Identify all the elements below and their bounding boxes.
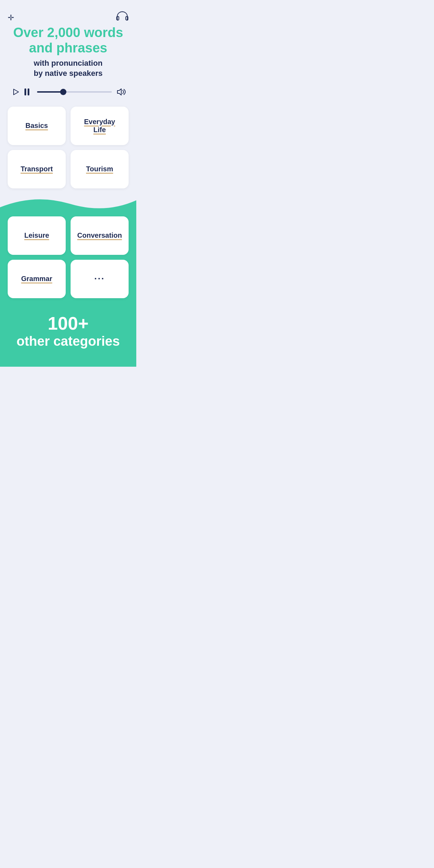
green-section: Leisure Conversation Grammar ··· 100+ ot… (0, 214, 136, 367)
volume-icon[interactable] (116, 87, 126, 97)
upper-section: ✛ Over 2,000 words and phrases with pron… (0, 0, 136, 214)
headphone-icon[interactable] (116, 10, 129, 22)
categories-description: other categories (7, 333, 129, 350)
categories-row-2: Transport Tourism (0, 150, 136, 193)
category-more[interactable]: ··· (71, 260, 129, 298)
play-button[interactable] (10, 87, 20, 97)
progress-bar[interactable] (37, 91, 112, 93)
more-dots: ··· (94, 273, 105, 284)
category-tourism[interactable]: Tourism (71, 150, 129, 188)
category-transport[interactable]: Transport (8, 150, 66, 188)
audio-player (8, 87, 129, 97)
category-leisure[interactable]: Leisure (8, 216, 66, 255)
category-everyday-life[interactable]: EverydayLife (71, 107, 129, 145)
categories-row-4: Grammar ··· (0, 260, 136, 303)
plus-icon[interactable]: ✛ (8, 13, 14, 22)
category-conversation[interactable]: Conversation (71, 216, 129, 255)
categories-count: 100+ (7, 314, 129, 333)
progress-fill (37, 91, 63, 93)
header-row: ✛ (8, 10, 129, 22)
wave-divider (0, 193, 136, 214)
main-title: Over 2,000 words and phrases (8, 25, 129, 56)
page-wrapper: ✛ Over 2,000 words and phrases with pron… (0, 0, 136, 367)
pause-button[interactable] (24, 88, 33, 96)
categories-row-1: Basics EverydayLife (0, 107, 136, 150)
category-grammar[interactable]: Grammar (8, 260, 66, 298)
top-section: ✛ Over 2,000 words and phrases with pron… (0, 0, 136, 97)
bottom-text: 100+ other categories (0, 303, 136, 367)
progress-thumb (60, 89, 66, 95)
category-basics[interactable]: Basics (8, 107, 66, 145)
categories-row-3: Leisure Conversation (0, 214, 136, 260)
subtitle: with pronunciation by native speakers (8, 58, 129, 78)
